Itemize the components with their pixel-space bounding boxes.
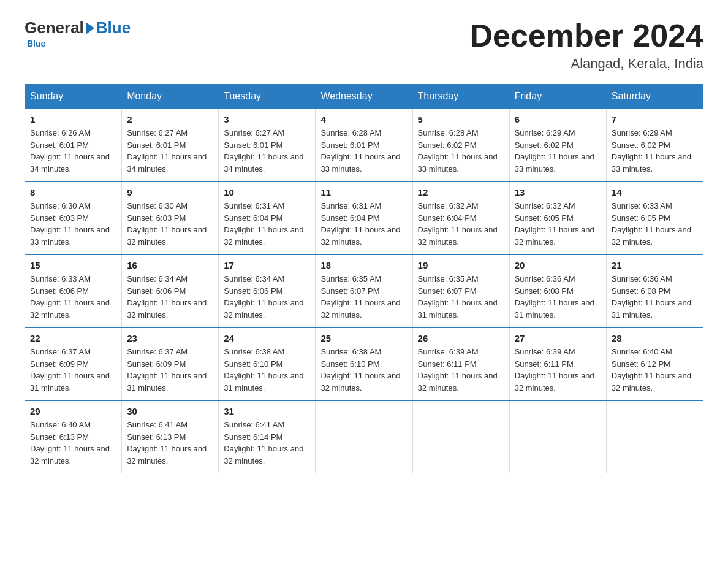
calendar-empty-cell [606, 400, 703, 473]
title-area: December 2024 Alangad, Kerala, India [469, 18, 703, 72]
calendar-day-cell: 13 Sunrise: 6:32 AM Sunset: 6:05 PM Dayl… [509, 182, 606, 255]
page-header: General Blue Blue December 2024 Alangad,… [25, 18, 703, 72]
sunrise-label: Sunrise: 6:36 AM [612, 274, 672, 283]
daylight-label: Daylight: 11 hours and 32 minutes. [30, 298, 110, 320]
daylight-label: Daylight: 11 hours and 32 minutes. [224, 444, 303, 465]
sunrise-label: Sunrise: 6:35 AM [320, 274, 381, 283]
daylight-label: Daylight: 11 hours and 32 minutes. [612, 371, 691, 393]
daylight-label: Daylight: 11 hours and 32 minutes. [515, 371, 594, 393]
day-number: 19 [418, 260, 504, 270]
day-info: Sunrise: 6:29 AM Sunset: 6:02 PM Dayligh… [612, 127, 698, 175]
sunrise-label: Sunrise: 6:28 AM [320, 128, 381, 137]
sunrise-label: Sunrise: 6:27 AM [127, 128, 188, 137]
day-number: 28 [612, 333, 698, 343]
sunrise-label: Sunrise: 6:30 AM [30, 201, 91, 210]
calendar-table: SundayMondayTuesdayWednesdayThursdayFrid… [25, 84, 703, 473]
sunset-label: Sunset: 6:01 PM [30, 140, 89, 150]
calendar-week-row: 22 Sunrise: 6:37 AM Sunset: 6:09 PM Dayl… [25, 327, 703, 400]
sunrise-label: Sunrise: 6:30 AM [127, 201, 188, 210]
day-info: Sunrise: 6:30 AM Sunset: 6:03 PM Dayligh… [127, 200, 213, 248]
daylight-label: Daylight: 11 hours and 33 minutes. [30, 225, 110, 247]
calendar-day-cell: 26 Sunrise: 6:39 AM Sunset: 6:11 PM Dayl… [412, 327, 509, 400]
day-number: 2 [127, 114, 213, 124]
day-info: Sunrise: 6:41 AM Sunset: 6:13 PM Dayligh… [127, 419, 213, 467]
calendar-day-cell: 29 Sunrise: 6:40 AM Sunset: 6:13 PM Dayl… [25, 400, 122, 473]
daylight-label: Daylight: 11 hours and 32 minutes. [127, 444, 207, 465]
calendar-day-cell: 9 Sunrise: 6:30 AM Sunset: 6:03 PM Dayli… [122, 182, 219, 255]
day-number: 16 [127, 260, 213, 270]
daylight-label: Daylight: 11 hours and 31 minutes. [515, 298, 594, 320]
sunset-label: Sunset: 6:04 PM [320, 213, 379, 223]
sunrise-label: Sunrise: 6:38 AM [320, 347, 381, 356]
daylight-label: Daylight: 11 hours and 32 minutes. [320, 371, 400, 393]
daylight-label: Daylight: 11 hours and 31 minutes. [30, 371, 110, 393]
daylight-label: Daylight: 11 hours and 33 minutes. [320, 152, 400, 174]
sunrise-label: Sunrise: 6:39 AM [515, 347, 575, 356]
daylight-label: Daylight: 11 hours and 32 minutes. [320, 225, 400, 247]
sunrise-label: Sunrise: 6:29 AM [515, 128, 575, 137]
day-info: Sunrise: 6:38 AM Sunset: 6:10 PM Dayligh… [320, 346, 407, 394]
calendar-day-cell: 27 Sunrise: 6:39 AM Sunset: 6:11 PM Dayl… [509, 327, 606, 400]
location-title: Alangad, Kerala, India [469, 56, 703, 72]
sunrise-label: Sunrise: 6:36 AM [515, 274, 575, 283]
day-info: Sunrise: 6:34 AM Sunset: 6:06 PM Dayligh… [224, 273, 310, 321]
sunset-label: Sunset: 6:09 PM [127, 359, 186, 369]
day-number: 21 [612, 260, 698, 270]
calendar-day-cell: 2 Sunrise: 6:27 AM Sunset: 6:01 PM Dayli… [122, 109, 219, 182]
sunset-label: Sunset: 6:10 PM [320, 359, 379, 369]
calendar-day-cell: 22 Sunrise: 6:37 AM Sunset: 6:09 PM Dayl… [25, 327, 122, 400]
day-number: 31 [224, 406, 310, 416]
calendar-day-cell: 3 Sunrise: 6:27 AM Sunset: 6:01 PM Dayli… [219, 109, 316, 182]
daylight-label: Daylight: 11 hours and 33 minutes. [612, 152, 691, 174]
logo-general-text: General [25, 18, 84, 37]
sunset-label: Sunset: 6:11 PM [418, 359, 477, 369]
day-info: Sunrise: 6:38 AM Sunset: 6:10 PM Dayligh… [224, 346, 310, 394]
logo: General Blue Blue [25, 18, 131, 48]
day-number: 29 [30, 406, 116, 416]
calendar-day-cell: 16 Sunrise: 6:34 AM Sunset: 6:06 PM Dayl… [122, 255, 219, 327]
sunset-label: Sunset: 6:14 PM [224, 432, 282, 442]
day-number: 7 [612, 114, 698, 124]
sunset-label: Sunset: 6:07 PM [418, 286, 477, 296]
calendar-day-cell: 5 Sunrise: 6:28 AM Sunset: 6:02 PM Dayli… [412, 109, 509, 182]
calendar-empty-cell [412, 400, 509, 473]
daylight-label: Daylight: 11 hours and 32 minutes. [127, 225, 207, 247]
calendar-day-cell: 11 Sunrise: 6:31 AM Sunset: 6:04 PM Dayl… [316, 182, 412, 255]
sunrise-label: Sunrise: 6:26 AM [30, 128, 91, 137]
calendar-day-cell: 18 Sunrise: 6:35 AM Sunset: 6:07 PM Dayl… [316, 255, 412, 327]
month-title: December 2024 [469, 18, 703, 53]
day-info: Sunrise: 6:28 AM Sunset: 6:02 PM Dayligh… [418, 127, 504, 175]
day-number: 11 [320, 187, 407, 197]
sunrise-label: Sunrise: 6:40 AM [612, 347, 672, 356]
day-number: 13 [515, 187, 601, 197]
sunrise-label: Sunrise: 6:41 AM [224, 420, 284, 429]
daylight-label: Daylight: 11 hours and 32 minutes. [320, 298, 400, 320]
sunset-label: Sunset: 6:02 PM [418, 140, 477, 150]
day-info: Sunrise: 6:31 AM Sunset: 6:04 PM Dayligh… [320, 200, 407, 248]
sunrise-label: Sunrise: 6:40 AM [30, 420, 91, 429]
sunset-label: Sunset: 6:06 PM [224, 286, 282, 296]
logo-blue-text: Blue [96, 18, 131, 37]
day-info: Sunrise: 6:32 AM Sunset: 6:05 PM Dayligh… [515, 200, 601, 248]
weekday-header-row: SundayMondayTuesdayWednesdayThursdayFrid… [25, 85, 703, 109]
day-info: Sunrise: 6:37 AM Sunset: 6:09 PM Dayligh… [30, 346, 116, 394]
day-info: Sunrise: 6:33 AM Sunset: 6:06 PM Dayligh… [30, 273, 116, 321]
sunset-label: Sunset: 6:01 PM [320, 140, 379, 150]
sunrise-label: Sunrise: 6:29 AM [612, 128, 672, 137]
sunset-label: Sunset: 6:01 PM [127, 140, 186, 150]
calendar-week-row: 1 Sunrise: 6:26 AM Sunset: 6:01 PM Dayli… [25, 109, 703, 182]
daylight-label: Daylight: 11 hours and 32 minutes. [612, 225, 691, 247]
sunrise-label: Sunrise: 6:37 AM [127, 347, 188, 356]
day-number: 3 [224, 114, 310, 124]
daylight-label: Daylight: 11 hours and 32 minutes. [30, 444, 110, 465]
day-info: Sunrise: 6:35 AM Sunset: 6:07 PM Dayligh… [418, 273, 504, 321]
day-number: 24 [224, 333, 310, 343]
sunset-label: Sunset: 6:12 PM [612, 359, 670, 369]
daylight-label: Daylight: 11 hours and 31 minutes. [127, 371, 207, 393]
day-number: 14 [612, 187, 698, 197]
sunset-label: Sunset: 6:13 PM [127, 432, 186, 442]
calendar-day-cell: 1 Sunrise: 6:26 AM Sunset: 6:01 PM Dayli… [25, 109, 122, 182]
sunrise-label: Sunrise: 6:33 AM [612, 201, 672, 210]
daylight-label: Daylight: 11 hours and 31 minutes. [224, 371, 303, 393]
sunset-label: Sunset: 6:06 PM [127, 286, 186, 296]
